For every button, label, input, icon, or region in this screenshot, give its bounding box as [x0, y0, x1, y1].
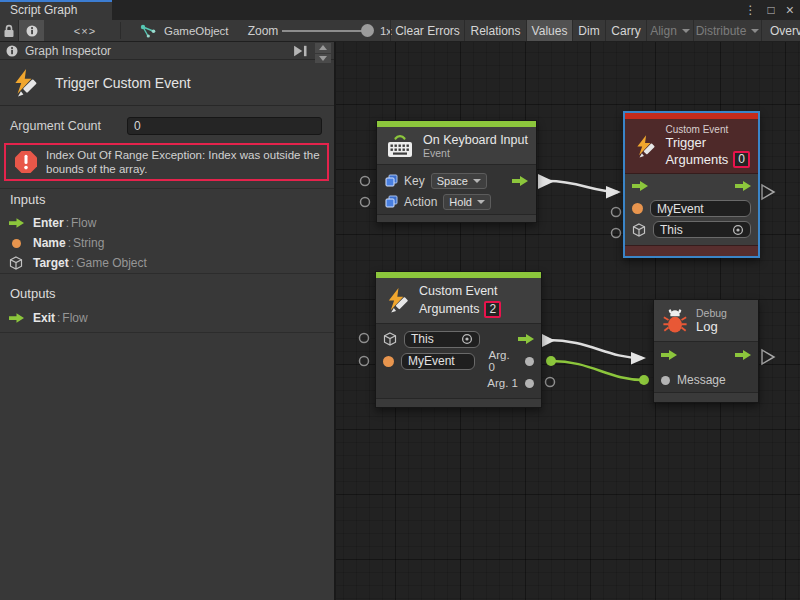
tab-script-graph[interactable]: Script Graph [0, 0, 112, 20]
enum-windows-icon [385, 174, 398, 187]
window-maximize-icon[interactable]: □ [768, 3, 775, 17]
arguments-count-badge[interactable]: 2 [484, 301, 501, 318]
arg1-row: Arg. 1 [376, 372, 541, 394]
flow-output-arrow-icon[interactable] [735, 350, 751, 360]
zoom-slider-track[interactable] [282, 30, 366, 32]
node-category: Debug [696, 307, 727, 319]
action-value: Hold [449, 196, 472, 208]
flow-arrow-icon [8, 313, 24, 323]
lock-button[interactable] [0, 20, 18, 41]
message-input-port[interactable] [661, 376, 670, 385]
input-pin-enter: Enter:Flow [8, 214, 326, 232]
clear-errors-button[interactable]: Clear Errors [390, 20, 464, 41]
chevron-down-icon [751, 29, 759, 33]
node-category: Custom Event [665, 124, 750, 135]
node-subtitle: Event [423, 147, 528, 159]
node-title: Custom Event [419, 283, 501, 301]
flow-output-arrow-icon[interactable] [512, 176, 528, 186]
error-message: Index Out Of Range Exception: Index was … [46, 148, 323, 177]
key-label: Key [404, 174, 425, 188]
message-row: Message [654, 368, 758, 392]
window-close-icon[interactable]: × [786, 2, 794, 18]
game-object-cube-icon [8, 256, 24, 270]
output-pin-exit: Exit:Flow [8, 309, 326, 327]
node-footer [625, 245, 758, 256]
event-name-input[interactable]: MyEvent [650, 200, 751, 217]
target-value: This [660, 223, 683, 237]
custom-event-bolt-pencil-icon [633, 133, 657, 160]
bug-icon [662, 307, 688, 335]
input-pin-name: Name:String [8, 234, 326, 252]
event-name-row: MyEvent Arg. 0 [376, 350, 541, 372]
argument-count-row: Argument Count 0 [10, 117, 322, 135]
target-input[interactable]: This [653, 221, 751, 238]
flow-input-arrow-icon[interactable] [661, 350, 677, 360]
node-trigger-custom-event[interactable]: Custom Event Trigger Arguments 0 MyEvent [623, 111, 760, 258]
error-octagon-icon [14, 150, 38, 174]
input-pin-target: Target:Game Object [8, 254, 326, 272]
custom-event-bolt-pencil-icon [384, 287, 411, 314]
node-title: On Keyboard Input [423, 133, 528, 147]
key-value: Space [437, 175, 468, 187]
target-gameobject: GameObject [140, 20, 260, 41]
inputs-header: Inputs [10, 192, 45, 207]
gameobject-graph-icon [140, 24, 157, 38]
node-debug-log[interactable]: Debug Log Message [653, 299, 759, 403]
flow-row [654, 342, 758, 368]
flow-arrow-icon [8, 218, 24, 228]
node-footer [376, 398, 541, 407]
values-button[interactable]: Values [526, 20, 572, 41]
node-footer [654, 392, 758, 402]
distribute-label: Distribute [696, 24, 747, 38]
zoom-slider-handle[interactable] [361, 24, 374, 37]
string-dot-icon [383, 356, 394, 367]
stepper-up-icon[interactable] [315, 43, 331, 53]
inspector-toggle-button[interactable] [18, 20, 44, 41]
arg1-label: Arg. 1 [487, 377, 518, 389]
key-dropdown[interactable]: Space [431, 173, 487, 189]
message-label: Message [677, 373, 726, 387]
graph-inspector-panel: Graph Inspector Trigger Custom Event Arg… [0, 42, 336, 600]
lock-icon [3, 24, 15, 38]
chevron-down-icon [682, 29, 690, 33]
distribute-dropdown[interactable]: Distribute [693, 20, 761, 41]
target-row: This [376, 328, 541, 350]
align-dropdown[interactable]: Align [646, 20, 693, 41]
keyboard-input-icon [385, 133, 415, 159]
dock-panel-icon[interactable] [293, 45, 308, 57]
relations-button[interactable]: Relations [464, 20, 526, 41]
window-menu-icon[interactable]: ⋮ [745, 3, 757, 17]
action-dropdown[interactable]: Hold [443, 194, 491, 210]
action-label: Action [404, 195, 437, 209]
info-icon [6, 45, 18, 57]
arguments-label: Arguments [419, 301, 479, 319]
object-picker-icon[interactable] [732, 224, 744, 236]
string-dot-icon [632, 203, 643, 214]
arg1-output-port[interactable] [525, 379, 534, 388]
arg0-label: Arg. 0 [489, 349, 518, 373]
custom-event-bolt-pencil-icon [10, 68, 40, 98]
game-object-cube-icon [383, 332, 397, 346]
align-label: Align [650, 24, 677, 38]
overview-button[interactable]: Overview [761, 20, 800, 41]
object-picker-icon[interactable] [461, 333, 473, 345]
arg0-output-port[interactable] [525, 357, 534, 366]
flow-input-arrow-icon[interactable] [632, 181, 648, 191]
carry-button[interactable]: Carry [605, 20, 646, 41]
event-name-input[interactable]: MyEvent [401, 353, 475, 370]
dim-button[interactable]: Dim [572, 20, 605, 41]
event-name-row: MyEvent [625, 198, 758, 219]
outputs-header: Outputs [10, 286, 56, 301]
target-gameobject-label: GameObject [164, 25, 229, 37]
argument-count-input[interactable]: 0 [127, 117, 322, 135]
target-input[interactable]: This [404, 331, 480, 348]
flow-output-arrow-icon[interactable] [735, 181, 751, 191]
flow-row [625, 174, 758, 198]
code-view-button[interactable]: <×> [62, 20, 108, 41]
flow-output-arrow-icon[interactable] [518, 334, 534, 344]
action-row: Action Hold [377, 191, 536, 212]
arguments-count-badge[interactable]: 0 [733, 151, 750, 168]
node-custom-event[interactable]: Custom Event Arguments 2 This [375, 271, 542, 408]
info-icon [26, 25, 38, 37]
node-on-keyboard-input[interactable]: On Keyboard Input Event Key Space [376, 120, 537, 223]
